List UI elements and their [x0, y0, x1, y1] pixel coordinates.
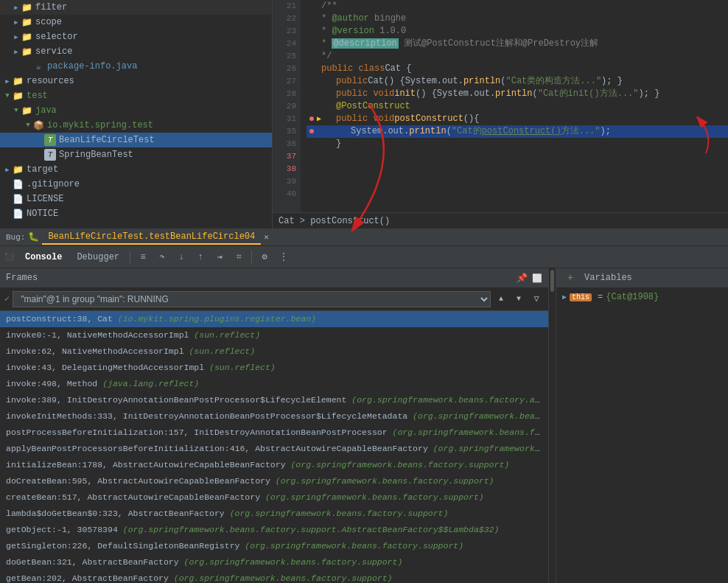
- frame-item[interactable]: getSingleton:226, DefaultSingletonBeanRe…: [0, 538, 548, 554]
- arrow-icon: ▼: [12, 106, 21, 115]
- more-btn[interactable]: ⋮: [276, 249, 292, 265]
- run-to-cursor-btn[interactable]: ⇥: [211, 249, 228, 265]
- sidebar-item-label: java: [35, 105, 57, 116]
- breadcrumb-text: Cat > postConstruct(): [279, 216, 390, 226]
- frame-item[interactable]: initializeBean:1788, AbstractAutowireCap…: [0, 457, 548, 473]
- frame-item[interactable]: invoke:62, NativeMethodAccessorImpl (sun…: [0, 343, 548, 360]
- folder-icon: 📁: [12, 90, 24, 102]
- sidebar-item-package-info[interactable]: ▶ ☕ package-info.java: [0, 59, 272, 74]
- filter-btn[interactable]: ▽: [529, 292, 544, 307]
- tab-close-icon[interactable]: ✕: [264, 232, 269, 242]
- evaluate-btn[interactable]: ⌗: [231, 249, 247, 265]
- file-icon: 📄: [12, 178, 24, 190]
- frame-item[interactable]: createBean:517, AbstractAutowireCapableB…: [0, 489, 548, 506]
- sidebar-item-java[interactable]: ▼ 📁 java: [0, 103, 272, 118]
- code-line: @PostConstruct: [307, 100, 728, 113]
- frame-item[interactable]: getBean:202, AbstractBeanFactory (org.sp…: [0, 570, 548, 583]
- debug-tab-active[interactable]: BeanLifeCircleTest.testBeanLifeCircle04: [42, 230, 261, 245]
- frame-item[interactable]: applyBeanPostProcessorsBeforeInitializat…: [0, 441, 548, 457]
- sidebar-item-service[interactable]: ▶ 📁 service: [0, 44, 272, 59]
- frame-item[interactable]: invokeInitMethods:333, InitDestroyAnnota…: [0, 408, 548, 425]
- sidebar-item-notice[interactable]: ▶ 📄 NOTICE: [0, 206, 272, 221]
- sidebar-item-label: scope: [35, 17, 62, 27]
- folder-icon: 📁: [12, 75, 24, 87]
- code-line-breakpoint: ● ▶ public void postConstruct(){: [307, 113, 728, 125]
- arrow-icon: ▶: [12, 18, 21, 27]
- folder-icon: 📁: [21, 105, 32, 116]
- console-tab[interactable]: Console: [19, 251, 68, 264]
- scrollbar-thumb[interactable]: [550, 270, 554, 292]
- debug-icon: 🐛: [28, 231, 39, 242]
- thread-check-icon: ✓: [4, 293, 10, 304]
- variables-header: + Variables: [556, 268, 728, 287]
- code-line: * @version 1.0.0: [307, 25, 728, 38]
- step-over-btn[interactable]: ↷: [154, 249, 170, 265]
- java-file-icon: ☕: [32, 60, 44, 72]
- folder-icon: 📁: [21, 16, 32, 28]
- file-icon: 📄: [12, 208, 24, 220]
- variables-header-left: + Variables: [562, 270, 632, 286]
- sidebar-item-scope[interactable]: ▶ 📁 scope: [0, 15, 272, 29]
- frame-item[interactable]: invoke:389, InitDestroyAnnotationBeanPos…: [0, 392, 548, 408]
- sidebar-item-io-pkg[interactable]: ▼ 📦 io.mykit.spring.test: [0, 118, 272, 133]
- arrow-icon: ▶: [12, 47, 21, 56]
- restore-layout-btn[interactable]: ≡: [135, 249, 151, 265]
- thread-dropdown[interactable]: "main"@1 in group "main": RUNNING: [13, 291, 491, 307]
- frames-header-icons: 📌 ⬜: [517, 273, 542, 284]
- sidebar-item-label: .gitignore: [27, 179, 80, 189]
- var-this-value: {Cat@1908}: [606, 292, 659, 302]
- frame-item[interactable]: doCreateBean:595, AbstractAutowireCapabl…: [0, 473, 548, 489]
- sidebar-item-label: BeanLifeCircleTest: [59, 135, 155, 145]
- class-icon: T: [44, 134, 56, 146]
- code-line: * @description 测试@PostConstruct注解和@PreDe…: [307, 38, 728, 50]
- expand-var-icon[interactable]: ▶: [562, 293, 567, 301]
- frames-scrollbar[interactable]: [549, 268, 556, 583]
- frame-item[interactable]: invoke:43, DelegatingMethodAccessorImpl …: [0, 360, 548, 376]
- sidebar-item-filter[interactable]: ▶ 📁 filter: [0, 0, 272, 15]
- arrow-icon: ▶: [3, 77, 12, 85]
- frame-item[interactable]: invoke0:-1, NativeMethodAccessorImpl (su…: [0, 327, 548, 343]
- sidebar-item-test[interactable]: ▼ 📁 test: [0, 88, 272, 103]
- pin-icon[interactable]: 📌: [517, 273, 528, 284]
- variable-this[interactable]: ▶ this = {Cat@1908}: [559, 290, 725, 304]
- code-area[interactable]: /** * @author binghe * @version 1.0.0: [301, 0, 728, 212]
- add-variable-btn[interactable]: +: [562, 270, 578, 286]
- arrow-icon: ▶: [12, 3, 21, 12]
- code-line-highlighted: ● System.out.println("Cat的postConstruct(…: [307, 125, 728, 138]
- sidebar-item-selector[interactable]: ▶ 📁 selector: [0, 29, 272, 44]
- frame-item[interactable]: doGetBean:321, AbstractBeanFactory (org.…: [0, 554, 548, 570]
- settings-btn[interactable]: ⚙: [256, 249, 273, 265]
- main-container: ▶ 📁 filter ▶ 📁 scope ▶ 📁 selector ▶ 📁 se…: [0, 0, 728, 583]
- sidebar-item-license[interactable]: ▶ 📄 LICENSE: [0, 192, 272, 206]
- code-editor: 21 22 23 24 25 26 27 28 29 31 35 36 37 3…: [273, 0, 728, 228]
- sidebar-item-gitignore[interactable]: ▶ 📄 .gitignore: [0, 177, 272, 192]
- package-icon: 📦: [32, 119, 44, 131]
- toolbar-divider: [130, 251, 130, 264]
- step-into-btn[interactable]: ↓: [173, 249, 189, 265]
- var-list[interactable]: ▶ this = {Cat@1908}: [556, 287, 728, 583]
- arrow-icon: ▼: [24, 121, 32, 130]
- sidebar-item-label: LICENSE: [27, 194, 63, 204]
- sidebar-item-target[interactable]: ▶ 📁 target: [0, 162, 272, 177]
- step-out-btn[interactable]: ↑: [192, 249, 209, 265]
- sidebar-item-resources[interactable]: ▶ 📁 resources: [0, 74, 272, 88]
- debugger-tab[interactable]: Debugger: [71, 251, 125, 264]
- nav-down-btn[interactable]: ▼: [511, 292, 526, 307]
- frame-item[interactable]: lambda$doGetBean$0:323, AbstractBeanFact…: [0, 506, 548, 522]
- frame-item[interactable]: postProcessBeforeInitialization:157, Ini…: [0, 425, 548, 441]
- frames-list[interactable]: postConstruct:38, Cat (io.mykit.spring.p…: [0, 311, 548, 583]
- frame-item[interactable]: postConstruct:38, Cat (io.mykit.spring.p…: [0, 311, 548, 327]
- code-line: }: [307, 138, 728, 150]
- frame-item[interactable]: invoke:498, Method (java.lang.reflect): [0, 376, 548, 392]
- sidebar-item-spring-bean[interactable]: ▶ T SpringBeanTest: [0, 147, 272, 162]
- debug-toolbar: ⬛ Console Debugger ≡ ↷ ↓ ↑ ⇥ ⌗ ⚙ ⋮: [0, 246, 728, 268]
- variables-title: Variables: [584, 273, 632, 283]
- nav-up-btn[interactable]: ▲: [494, 292, 508, 307]
- sidebar-item-label: selector: [35, 32, 78, 42]
- frames-panel: Frames 📌 ⬜ ✓ "main"@1 in group "main": R…: [0, 268, 549, 583]
- file-icon: 📄: [12, 193, 24, 205]
- arrow-icon: ▶: [12, 32, 21, 41]
- frame-item[interactable]: getObject:-1, 30578394 (org.springframew…: [0, 522, 548, 538]
- expand-icon[interactable]: ⬜: [532, 273, 542, 283]
- sidebar-item-bean-life[interactable]: ▶ T BeanLifeCircleTest: [0, 133, 272, 147]
